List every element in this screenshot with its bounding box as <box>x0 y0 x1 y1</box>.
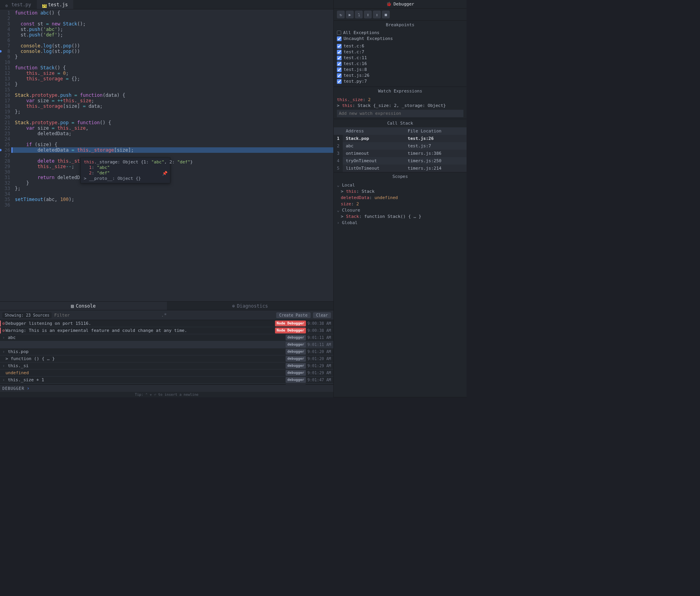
file-icon <box>42 3 46 7</box>
step-over-button[interactable]: ⤵ <box>355 11 363 18</box>
file-icon <box>5 3 9 7</box>
tab-icon: ⊕ <box>232 302 235 310</box>
create-paste-button[interactable]: Create Paste <box>276 312 311 318</box>
console-row[interactable]: ›this.popdebugger9:01:20 AM <box>0 348 333 355</box>
console-row[interactable]: > function () { … }debugger9:01:20 AM <box>0 355 333 362</box>
breakpoints-header: Breakpoints <box>334 21 467 29</box>
continue-button[interactable]: ▶ <box>346 11 354 18</box>
console-row[interactable]: debugger9:01:11 AM <box>0 341 333 348</box>
breakpoint-item[interactable]: test.js:26 <box>337 72 463 78</box>
watch-header: Watch Expressions <box>334 87 467 95</box>
file-tabs: test.pytest.js <box>0 0 333 9</box>
console-row[interactable]: ⊘Warning: This is an experimental featur… <box>0 327 333 334</box>
bp-uncaught-exceptions[interactable]: Uncaught Exceptions <box>337 36 463 42</box>
clear-button[interactable]: Clear <box>313 312 331 318</box>
file-tab[interactable]: test.py <box>0 0 37 9</box>
console-row[interactable]: ›abcdebugger9:01:11 AM <box>0 334 333 341</box>
scope-group[interactable]: ⌄Local <box>337 182 463 188</box>
console-row[interactable]: undefineddebugger9:01:29 AM <box>0 370 333 377</box>
filter-input[interactable] <box>54 313 157 318</box>
step-out-button[interactable]: ↥ <box>373 11 381 18</box>
regex-toggle[interactable]: .* <box>159 312 168 319</box>
panel-tab[interactable]: ⊕ Diagnostics <box>167 302 334 310</box>
breakpoint-item[interactable]: test.c:11 <box>337 55 463 61</box>
callstack-row[interactable]: 2abctest.js:7 <box>334 142 467 150</box>
callstack-header: Call Stack <box>334 119 467 127</box>
debug-controls: ↻▶⤵↧↥■ <box>334 9 467 21</box>
callstack-row[interactable]: 3ontimeouttimers.js:386 <box>334 150 467 157</box>
stop-button[interactable]: ■ <box>382 11 390 18</box>
code-editor[interactable]: 1234567891011121314151617181920212223242… <box>0 9 333 301</box>
tab-icon: ▤ <box>71 302 74 310</box>
hover-tooltip: this._storage: this._storage: Object {1:… <box>80 158 170 183</box>
breakpoint-item[interactable]: test.c:6 <box>337 43 463 49</box>
tip-text: Tip: ⌃ + ⏎ to insert a newline <box>0 392 333 397</box>
debugger-header: 🐞 Debugger <box>334 0 467 9</box>
breakpoint-item[interactable]: test.c:16 <box>337 61 463 67</box>
pin-icon[interactable]: 📌 <box>162 171 168 176</box>
scope-group[interactable]: ⌄Closure <box>337 207 463 214</box>
scope-group[interactable]: ›Global <box>337 220 463 226</box>
callstack-row[interactable]: 5listOnTimeouttimers.js:214 <box>334 165 467 172</box>
panel-tab[interactable]: ▤ Console <box>0 302 167 310</box>
repl-prompt[interactable]: DEBUGGER › <box>0 384 333 392</box>
scopes-header: Scopes <box>334 172 467 181</box>
breakpoint-item[interactable]: test.js:8 <box>337 67 463 72</box>
file-tab[interactable]: test.js <box>37 0 74 9</box>
breakpoint-item[interactable]: test.py:7 <box>337 78 463 84</box>
restart-button[interactable]: ↻ <box>337 11 345 18</box>
sources-count[interactable]: Showing: 23 Sources <box>2 312 52 318</box>
console-toolbar: Showing: 23 Sources .* Create Paste Clea… <box>0 310 333 320</box>
callstack-row[interactable]: 4tryOnTimeouttimers.js:250 <box>334 157 467 165</box>
callstack-table: Address File Location 1Stack.poptest.js:… <box>334 127 467 172</box>
breakpoint-item[interactable]: test.c:7 <box>337 49 463 55</box>
step-into-button[interactable]: ↧ <box>364 11 372 18</box>
console-row[interactable]: ›this._size + 1debugger9:01:47 AM <box>0 377 333 384</box>
console-row[interactable]: ⊘Debugger listening on port 15116.Node D… <box>0 320 333 327</box>
callstack-row[interactable]: 1Stack.poptest.js:26 <box>334 135 467 142</box>
bp-all-exceptions[interactable]: All Exceptions <box>337 30 463 36</box>
watch-input[interactable] <box>337 110 463 117</box>
bug-icon: 🐞 <box>386 2 392 7</box>
console-row[interactable]: ›this._sidebugger9:01:29 AM <box>0 362 333 370</box>
